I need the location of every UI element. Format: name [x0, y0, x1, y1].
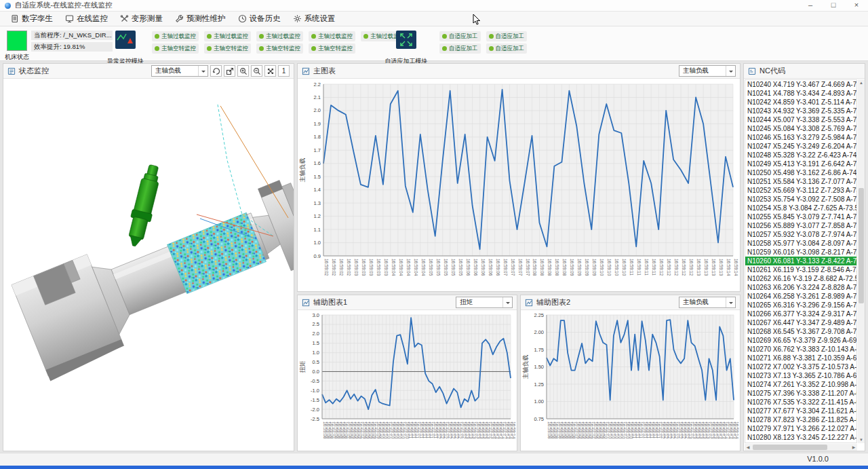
nc-line[interactable]: N10280 X8.123 Y-3.245 Z-12.227 A-62.23 [745, 433, 856, 442]
nc-line[interactable]: N10270 X6.762 Y-3.383 Z-10.143 A-69.34 [745, 345, 856, 354]
nc-line[interactable]: N10258 X5.977 Y-3.084 Z-8.097 A-73.138 [745, 239, 856, 248]
nc-line[interactable]: N10245 X5.084 Y-3.308 Z-5.769 A-75.088 [745, 124, 856, 133]
nc-line[interactable]: N10249 X5.413 Y-3.191 Z-6.642 A-74.346 [745, 160, 856, 168]
nc-line[interactable]: N10268 X6.545 Y-3.367 Z-9.708 A-70.519 [745, 327, 856, 336]
zoom-in-icon[interactable] [237, 65, 249, 77]
nc-line[interactable]: N10259 X6.016 Y-3.098 Z-8.217 A-73.036 [745, 248, 856, 257]
status-toolbar: 机床状态 当前程序: /_N_WKS_DIR... 效率提升: 19.81% 异… [0, 26, 868, 61]
nc-line[interactable]: N10251 X5.584 Y-3.136 Z-7.077 A-74.012 [745, 177, 856, 186]
nc-line[interactable]: N10272 X7.002 Y-3.375 Z-10.573 A-68.05 [745, 362, 856, 371]
svg-text:0.5: 0.5 [313, 359, 319, 365]
nc-line[interactable]: N10275 X7.396 Y-3.338 Z-11.207 A-65.95 [745, 389, 856, 398]
scrollbar-thumb[interactable] [859, 188, 864, 303]
menu-item-system-settings[interactable]: 系统设置 [287, 12, 342, 26]
nc-line[interactable]: N10262 X6.16 Y-3.19 Z-8.682 A-72.534 C [745, 274, 856, 283]
maximize-button[interactable]: □ [822, 0, 845, 11]
svg-text:16:59:11: 16:59:11 [644, 259, 649, 276]
export-view-button[interactable] [224, 65, 235, 77]
zoom-level-button[interactable]: 1 [278, 65, 290, 77]
svg-text:16:59:09: 16:59:09 [577, 259, 582, 276]
nc-code-list: N10240 X4.719 Y-3.467 Z-4.669 A-76.396N1… [745, 79, 857, 443]
aux-chart2-signal-dropdown[interactable]: 主轴负载 [679, 297, 736, 308]
adaptive-machining-button[interactable]: 自适应加工 [439, 43, 481, 54]
overload-monitor-button[interactable]: 主轴过载监控 [152, 31, 199, 41]
scroll-left-icon[interactable]: ◀ [745, 444, 751, 451]
overload-monitor-button[interactable]: 主轴过载监控 [256, 31, 303, 41]
svg-text:16:59:08: 16:59:08 [547, 259, 552, 276]
nc-line[interactable]: N10257 X5.932 Y-3.078 Z-7.974 A-73.243 [745, 230, 856, 239]
nc-line[interactable]: N10246 X5.163 Y-3.279 Z-5.984 A-74.892 [745, 133, 856, 142]
nc-line[interactable]: N10242 X4.859 Y-3.401 Z-5.114 A-75.775 [745, 98, 856, 107]
menu-item-deform-measure[interactable]: 变形测量 [114, 12, 169, 26]
main-chart-signal-dropdown[interactable]: 主轴负载 [679, 65, 736, 77]
nc-line[interactable]: N10247 X5.245 Y-3.249 Z-6.204 A-74.701 [745, 142, 856, 151]
idle-monitor-button[interactable]: 主轴空转监控 [256, 43, 303, 54]
nc-line[interactable]: N10248 X5.328 Y-3.22 Z-6.423 A-74.52 C [745, 151, 856, 160]
nc-line[interactable]: N10271 X6.88 Y-3.381 Z-10.359 A-68.711 [745, 354, 856, 362]
adaptive-machining-button[interactable]: 自适应加工 [486, 31, 528, 41]
chevron-down-icon [726, 297, 735, 307]
nc-line[interactable]: N10250 X5.498 Y-3.162 Z-6.86 A-74.178 C [745, 168, 856, 177]
svg-text:16:59:03: 16:59:03 [361, 259, 366, 276]
aux-chart1-signal-dropdown[interactable]: 扭矩 [456, 297, 513, 308]
svg-text:16:59:05: 16:59:05 [443, 259, 448, 276]
left-panel-signal-dropdown[interactable]: 主轴负载 [151, 65, 208, 77]
idle-monitor-button[interactable]: 主轴空转监控 [204, 43, 251, 54]
menu-item-digital-twin[interactable]: 数字孪生 [4, 12, 59, 26]
orbit-view-button[interactable] [210, 65, 222, 77]
nc-line[interactable]: N10264 X6.258 Y-3.261 Z-8.989 A-72.072 [745, 292, 856, 301]
nc-line[interactable]: N10267 X6.447 Y-3.347 Z-9.489 A-71.055 [745, 318, 856, 327]
scroll-down-icon[interactable]: ▼ [858, 436, 865, 443]
svg-text:16:59:04: 16:59:04 [414, 259, 418, 276]
close-button[interactable]: × [845, 0, 868, 11]
efficiency-row: 效率提升: 19.81% [31, 42, 113, 52]
nc-line[interactable]: N10254 X5.8 Y-3.084 Z-7.625 A-73.571 C [745, 204, 856, 212]
svg-text:16:59:13: 16:59:13 [704, 259, 709, 276]
nc-line[interactable]: N10269 X6.65 Y-3.379 Z-9.926 A-69.947 C [745, 336, 856, 345]
nc-vertical-scrollbar[interactable]: ▲ ▼ [858, 79, 865, 443]
menu-item-device-history[interactable]: 设备历史 [232, 12, 287, 26]
nc-line[interactable]: N10274 X7.261 Y-3.352 Z-10.998 A-66.67 [745, 380, 856, 389]
machine-status-label: 机床状态 [0, 53, 34, 62]
nc-line[interactable]: N10244 X5.007 Y-3.338 Z-5.553 A-75.297 [745, 115, 856, 124]
nc-line[interactable]: N10276 X7.535 Y-3.322 Z-11.415 A-65.22 [745, 398, 856, 407]
nc-line[interactable]: N10253 X5.754 Y-3.092 Z-7.508 A-73.677 [745, 195, 856, 204]
nc-line[interactable]: N10266 X6.377 Y-3.324 Z-9.317 A-71.443 [745, 309, 856, 318]
nc-line[interactable]: N10241 X4.788 Y-3.434 Z-4.893 A-76.062 [745, 89, 856, 98]
adaptive-module-icon[interactable] [396, 31, 416, 49]
scroll-right-icon[interactable]: ▶ [850, 444, 857, 451]
nc-line[interactable]: N10252 X5.669 Y-3.112 Z-7.293 A-73.844 [745, 186, 856, 195]
scrollbar-thumb[interactable] [753, 445, 827, 450]
fit-view-icon[interactable] [264, 65, 276, 77]
overload-monitor-button[interactable]: 主轴过载监控 [204, 31, 251, 41]
nc-line[interactable]: N10260 X6.081 Y-3.133 Z-8.422 A-72.835 [745, 257, 856, 265]
status-dot-icon [207, 46, 212, 51]
menu-item-online-monitor[interactable]: 在线监控 [59, 12, 114, 26]
machine-3d-viewport[interactable] [3, 79, 294, 451]
menu-item-predictive-maintenance[interactable]: 预测性维护 [169, 12, 232, 26]
adaptive-machining-button[interactable]: 自适应加工 [486, 43, 528, 54]
idle-monitor-button[interactable]: 主轴空转监控 [152, 43, 199, 54]
svg-text:-0.5: -0.5 [311, 378, 319, 384]
nc-line[interactable]: N10255 X5.845 Y-3.079 Z-7.741 A-73.458 [745, 212, 856, 221]
svg-text:16:59:12: 16:59:12 [674, 259, 679, 276]
anomaly-module-icon[interactable] [115, 31, 136, 49]
nc-horizontal-scrollbar[interactable]: ◀ ▶ [745, 444, 857, 451]
nc-line[interactable]: N10256 X5.889 Y-3.077 Z-7.858 A-73.348 [745, 221, 856, 230]
scroll-up-icon[interactable]: ▲ [858, 79, 865, 86]
nc-line[interactable]: N10277 X7.677 Y-3.304 Z-11.621 A-64.48 [745, 407, 856, 415]
nc-line[interactable]: N10279 X7.971 Y-3.266 Z-12.027 A-62.98 [745, 424, 856, 433]
statusbar: V1.0.0 [0, 453, 868, 466]
adaptive-machining-button[interactable]: 自适应加工 [439, 31, 481, 41]
minimize-button[interactable]: – [799, 0, 822, 11]
idle-monitor-button[interactable]: 主轴空转监控 [309, 43, 355, 54]
nc-line[interactable]: N10243 X4.932 Y-3.369 Z-5.335 A-75.523 [745, 107, 856, 115]
overload-monitor-button[interactable]: 主轴过载监控 [309, 31, 355, 41]
nc-line[interactable]: N10273 X7.13 Y-3.365 Z-10.786 A-67.372 [745, 371, 856, 380]
nc-line[interactable]: N10261 X6.119 Y-3.159 Z-8.546 A-72.701 [745, 265, 856, 274]
nc-line[interactable]: N10265 X6.316 Y-3.296 Z-9.156 A-71.771 [745, 301, 856, 309]
nc-line[interactable]: N10263 X6.206 Y-3.224 Z-8.828 A-72.33 C [745, 283, 856, 292]
nc-line[interactable]: N10278 X7.823 Y-3.286 Z-11.825 A-63.73 [745, 415, 856, 424]
zoom-out-icon[interactable] [251, 65, 262, 77]
nc-line[interactable]: N10240 X4.719 Y-3.467 Z-4.669 A-76.396 [745, 80, 856, 89]
